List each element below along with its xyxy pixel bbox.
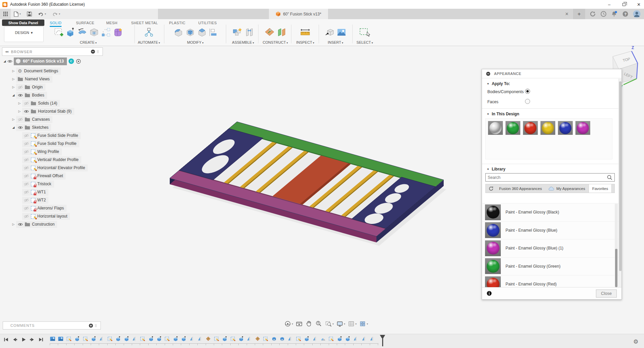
modify-group-label[interactable]: MODIFY [187,40,202,44]
close-window-button[interactable]: ✕ [636,2,641,7]
tree-item-horizontal-layout[interactable]: Horizontal layout [2,212,103,220]
timeline-feature-mirror[interactable] [189,336,195,342]
expander-icon[interactable]: ▷ [17,110,22,113]
timeline-feature-extrude[interactable] [148,336,154,342]
expander-icon[interactable]: ◢ [2,60,7,63]
tree-item-named-views[interactable]: ▷Named Views [2,75,103,83]
design-swatch-red[interactable] [523,121,538,135]
visibility-eye-icon[interactable] [18,118,23,121]
viewports-button[interactable]: ▾ [358,319,369,328]
tree-item-vertical-rudder-profile[interactable]: Vertical/ Rudder Profile [2,156,103,164]
timeline-feature-extrude[interactable] [238,336,244,342]
automate-button[interactable] [143,27,155,38]
timeline-feature-mirror[interactable] [369,336,375,342]
timeline-feature-sketch[interactable] [83,336,88,342]
tree-item-document-settings[interactable]: ▷⚙Document Settings [2,67,103,75]
tree-item-solids-14[interactable]: ▷Solids (14) [2,99,103,107]
close-document-button[interactable]: ✕ [565,11,569,16]
timeline-feature-hole[interactable] [271,336,277,342]
appearance-header[interactable]: APPEARANCE [482,69,621,78]
timeline-feature-sketch[interactable] [296,336,301,342]
tree-item-ailerons-flaps[interactable]: Ailerons/ Flaps [2,204,103,212]
timeline-feature-sketch[interactable] [263,336,269,342]
library-item-paint-enamel-glossy-blue-1[interactable]: Paint - Enamel Glossy (Blue) (1) [482,239,618,258]
play-button[interactable] [21,337,26,342]
timeline-feature-sketch[interactable] [107,336,113,342]
go-to-start-button[interactable] [3,337,9,342]
visibility-eye-icon[interactable] [18,93,23,97]
tree-item-wing-profile[interactable]: Wing Profile [2,148,103,156]
new-component-button[interactable] [232,27,243,38]
tree-item-tristock[interactable]: Tristock [2,180,103,188]
file-menu-button[interactable]: ▾ [11,9,24,19]
help-button[interactable]: ? [622,11,629,17]
collapse-panel-icon[interactable]: ◀◀ [5,50,8,53]
tab-surface[interactable]: SURFACE [76,21,94,26]
browser-header[interactable]: ◀◀ BROWSER [2,47,103,56]
tree-item-fuse-solid-top-profile[interactable]: Fuse Solid Top Profile [2,140,103,148]
design-swatch-blue[interactable] [558,121,573,135]
visibility-eye-icon[interactable] [18,126,23,129]
offset-plane-button[interactable] [264,27,275,38]
timeline-feature-plane[interactable] [205,336,211,342]
faces-radio[interactable] [525,99,530,104]
library-item-paint-enamel-glossy-red[interactable]: Paint - Enamel Glossy (Red) [482,275,618,288]
orbit-button[interactable]: ▾ [283,319,294,328]
library-section-header[interactable]: ▼ Library [487,167,506,171]
assemble-group-label[interactable]: ASSEMBLE [232,40,252,44]
expander-icon[interactable]: ◢ [11,93,16,97]
root-document-label[interactable]: 60" Fusion Stick v13 [23,59,64,64]
expander-icon[interactable]: ◢ [11,126,16,129]
timeline-feature-extrude[interactable] [74,336,80,342]
design-swatch-yellow[interactable] [540,121,555,135]
timeline-feature-mirror[interactable] [287,336,293,342]
profile-avatar[interactable] [633,10,641,18]
tree-item-horizontal-stab-9[interactable]: ▷Horizontal Stab (9) [2,107,103,115]
tab-mesh[interactable]: MESH [106,21,117,26]
tree-item-wt2[interactable]: WT2 [2,196,103,204]
close-button[interactable]: Close [596,289,617,298]
tab-utilities[interactable]: UTILITIES [198,21,217,26]
library-item-paint-enamel-glossy-blue[interactable]: Paint - Enamel Glossy (Blue) [482,222,618,240]
timeline-feature-mirror[interactable] [312,336,318,342]
library-item-paint-enamel-glossy-black[interactable]: Paint - Enamel Glossy (Black) [482,203,618,222]
create-group-label[interactable]: CREATE [80,40,95,44]
panel-minus-icon[interactable] [486,72,490,76]
document-tab[interactable]: 60" Fusion Stick v13* [269,9,328,19]
visibility-eye-icon[interactable] [24,158,29,162]
expander-icon[interactable]: ▷ [11,118,16,121]
tree-root-row[interactable]: ◢ 60" Fusion Stick v13 C [2,57,103,66]
panel-grip[interactable] [95,324,98,327]
library-item-paint-enamel-glossy-green[interactable]: Paint - Enamel Glossy (Green) [482,258,618,276]
timeline-feature-mirror[interactable] [353,336,359,342]
timeline-feature-plane[interactable] [255,336,260,342]
draft-button[interactable] [197,27,207,38]
tree-item-wt1[interactable]: WT1 [2,188,103,196]
timeline-feature-extrude[interactable] [222,336,228,342]
tab-my-appearances[interactable]: My Appearances [545,184,589,193]
undo-button[interactable]: ▾ [35,9,49,19]
comments-panel[interactable]: COMMENTS [3,321,101,330]
timeline-feature-mirror[interactable] [99,336,105,342]
visibility-eye-icon[interactable] [7,60,12,63]
tree-item-firewall-offset[interactable]: Firewall Offset [2,172,103,180]
joint-button[interactable] [244,27,254,38]
minimize-button[interactable]: – [607,2,612,7]
fillet-button[interactable] [173,27,184,38]
timeline-feature-canvas[interactable] [50,336,55,342]
create-form-button[interactable] [113,27,123,38]
tree-item-canvases[interactable]: ▷Canvases [2,115,103,123]
pan-button[interactable] [305,319,313,328]
tab-fusion-360-appearances[interactable]: Fusion 360 Appearances [496,184,545,193]
apply-to-section-header[interactable]: ▼ Apply To: [487,81,510,86]
window-zoom-button[interactable]: ▾ [324,319,334,328]
revolve-button[interactable] [77,27,87,38]
timeline-feature-extrude[interactable] [337,336,343,342]
tree-item-bodies[interactable]: ◢Bodies [2,91,103,99]
expander-icon[interactable]: ▷ [11,69,16,73]
visibility-eye-icon[interactable] [24,198,29,202]
activate-component-radio[interactable] [76,59,81,64]
visibility-eye-icon[interactable] [24,150,29,154]
visibility-eye-icon[interactable] [24,102,29,105]
info-icon[interactable] [487,291,492,296]
